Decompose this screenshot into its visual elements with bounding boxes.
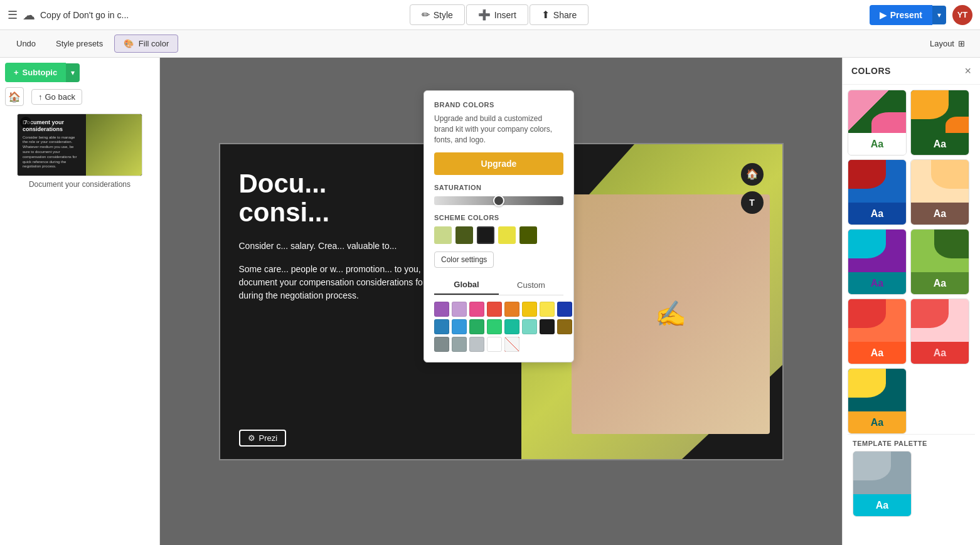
scheme-colors-row bbox=[434, 226, 563, 244]
doc-title: Copy of Don't go in c... bbox=[40, 10, 129, 20]
color-grid bbox=[434, 302, 563, 352]
layout-button[interactable]: Layout ⊞ bbox=[922, 35, 972, 52]
fill-color-button[interactable]: 🎨 Fill color bbox=[114, 34, 178, 53]
insert-button[interactable]: ➕ Insert bbox=[466, 4, 528, 25]
slide-thumb-inner: 7 Document your considerations Consider … bbox=[18, 114, 142, 176]
scheme-swatch-2[interactable] bbox=[455, 226, 473, 244]
palette-card-3[interactable]: Aa bbox=[848, 159, 907, 225]
palette-card-9[interactable]: Aa bbox=[848, 368, 907, 434]
right-sidebar-content: Aa Aa A bbox=[843, 85, 980, 545]
second-toolbar: Undo Style presets 🎨 Fill color Layout ⊞ bbox=[0, 30, 980, 58]
scheme-colors-title: SCHEME COLORS bbox=[434, 214, 563, 221]
scheme-swatch-3[interactable] bbox=[477, 226, 494, 244]
share-icon: ⬆ bbox=[541, 9, 550, 21]
color-swatch-light-purple[interactable] bbox=[452, 302, 467, 317]
color-swatch-light-gray[interactable] bbox=[469, 337, 484, 352]
color-swatch-green[interactable] bbox=[487, 319, 502, 334]
color-swatch-light-teal[interactable] bbox=[522, 319, 537, 334]
color-swatch-purple[interactable] bbox=[434, 302, 449, 317]
color-swatch-orange[interactable] bbox=[504, 302, 519, 317]
undo-button[interactable]: Undo bbox=[8, 35, 45, 52]
insert-label: Insert bbox=[494, 10, 516, 20]
tab-global[interactable]: Global bbox=[434, 275, 499, 295]
color-swatch-dark-green[interactable] bbox=[469, 319, 484, 334]
style-button[interactable]: ✏ Style bbox=[410, 4, 465, 25]
slide-label: Document your considerations bbox=[5, 180, 154, 189]
brand-desc: Upgrade and build a customized brand kit… bbox=[434, 114, 563, 145]
prezi-text: Prezi bbox=[259, 433, 278, 443]
color-swatch-transparent[interactable] bbox=[504, 337, 519, 352]
close-colors-button[interactable]: × bbox=[964, 65, 971, 77]
color-swatch-pink[interactable] bbox=[469, 302, 484, 317]
palette-card-5[interactable]: Aa bbox=[848, 229, 907, 295]
palette-card-8[interactable]: Aa bbox=[910, 299, 969, 364]
color-swatch-black[interactable] bbox=[540, 319, 555, 334]
colors-panel-title: COLORS bbox=[851, 66, 891, 76]
color-settings-button[interactable]: Color settings bbox=[434, 251, 494, 268]
left-sidebar: + Subtopic ▾ 🏠 ↑ Go back 7 Document your… bbox=[0, 58, 160, 545]
tabs-row: Global Custom bbox=[434, 275, 563, 295]
play-icon: ▶ bbox=[880, 10, 887, 20]
top-bar-left: ☰ ☁ Copy of Don't go in c... bbox=[8, 8, 129, 23]
present-label: Present bbox=[890, 10, 922, 20]
present-dropdown-button[interactable]: ▾ bbox=[932, 6, 946, 24]
go-back-button[interactable]: ↑ Go back bbox=[31, 89, 82, 105]
subtopic-bar: + Subtopic ▾ bbox=[5, 63, 154, 82]
canvas-home-button[interactable]: 🏠 bbox=[741, 163, 764, 186]
template-palette-section: TEMPLATE PALETTE Aa bbox=[848, 434, 975, 522]
color-swatch-gray[interactable] bbox=[434, 337, 449, 352]
palette-row-2: Aa Aa bbox=[848, 159, 975, 225]
color-swatch-white[interactable] bbox=[487, 337, 502, 352]
color-popup: BRAND COLORS Upgrade and build a customi… bbox=[423, 90, 574, 362]
color-swatch-blue[interactable] bbox=[434, 319, 449, 334]
palette-card-7[interactable]: Aa bbox=[848, 299, 907, 364]
present-button[interactable]: ▶ Present bbox=[870, 5, 932, 25]
template-palette-card[interactable]: Aa bbox=[853, 451, 912, 517]
top-bar: ☰ ☁ Copy of Don't go in c... ✏ Style ➕ I… bbox=[0, 0, 980, 30]
layout-icon: ⊞ bbox=[958, 39, 965, 48]
upgrade-button[interactable]: Upgrade bbox=[434, 152, 563, 175]
hamburger-icon[interactable]: ☰ bbox=[8, 8, 18, 22]
go-back-arrow-icon: ↑ bbox=[38, 92, 43, 102]
palette-row-3: Aa Aa bbox=[848, 229, 975, 295]
color-swatch-brown[interactable] bbox=[557, 319, 572, 334]
color-swatch-yellow[interactable] bbox=[522, 302, 537, 317]
style-icon: ✏ bbox=[422, 9, 430, 21]
palette-row-4: Aa Aa bbox=[848, 299, 975, 364]
layout-label: Layout bbox=[930, 39, 954, 48]
scheme-swatch-5[interactable] bbox=[519, 226, 537, 244]
subtopic-button[interactable]: + Subtopic bbox=[5, 63, 66, 82]
template-palette-label: TEMPLATE PALETTE bbox=[853, 440, 970, 447]
plus-icon: + bbox=[14, 68, 19, 77]
color-swatch-red[interactable] bbox=[487, 302, 502, 317]
prezi-logo: ⚙ Prezi bbox=[239, 430, 287, 447]
color-swatch-dark-blue[interactable] bbox=[557, 302, 572, 317]
palette-card-6[interactable]: Aa bbox=[910, 229, 969, 295]
slide-number-badge: 7 bbox=[20, 117, 31, 128]
color-swatch-light-yellow[interactable] bbox=[540, 302, 555, 317]
color-swatch-mid-gray[interactable] bbox=[452, 337, 467, 352]
user-avatar[interactable]: YT bbox=[952, 5, 972, 25]
palette-card-1[interactable]: Aa bbox=[848, 90, 907, 156]
canvas-area: Docu...consi... Consider c... salary. Cr… bbox=[160, 58, 842, 545]
palette-card-2[interactable]: Aa bbox=[910, 90, 969, 156]
saturation-slider[interactable] bbox=[434, 196, 563, 205]
tab-custom[interactable]: Custom bbox=[499, 275, 563, 295]
color-swatch-light-blue[interactable] bbox=[452, 319, 467, 334]
scheme-swatch-4[interactable] bbox=[498, 226, 516, 244]
subtopic-dropdown-button[interactable]: ▾ bbox=[66, 63, 80, 82]
palette-card-4[interactable]: Aa bbox=[910, 159, 969, 225]
color-swatch-teal[interactable] bbox=[504, 319, 519, 334]
style-presets-button[interactable]: Style presets bbox=[47, 35, 112, 52]
go-back-label: Go back bbox=[45, 92, 75, 102]
saturation-title: SATURATION bbox=[434, 184, 563, 191]
canvas-t-button[interactable]: T bbox=[741, 191, 764, 214]
prezi-wheel-icon: ⚙ bbox=[248, 433, 255, 443]
share-button[interactable]: ⬆ Share bbox=[530, 4, 589, 25]
scheme-swatch-1[interactable] bbox=[434, 226, 452, 244]
slide-thumbnail[interactable]: 7 Document your considerations Consider … bbox=[17, 114, 142, 176]
style-label: Style bbox=[434, 10, 453, 20]
home-nav-button[interactable]: 🏠 bbox=[5, 87, 24, 106]
insert-icon: ➕ bbox=[478, 9, 491, 21]
nav-row: 🏠 ↑ Go back bbox=[5, 87, 154, 106]
